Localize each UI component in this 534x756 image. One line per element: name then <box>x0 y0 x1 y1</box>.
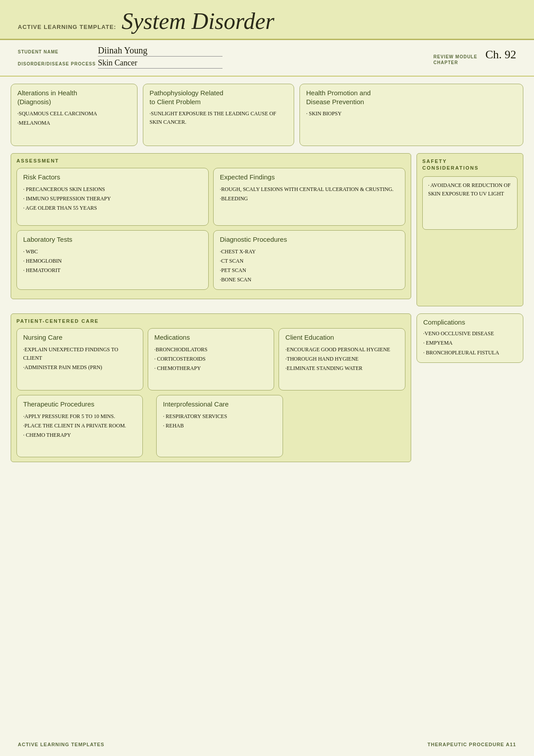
info-left: STUDENT NAME Diinah Young DISORDER/DISEA… <box>18 45 267 70</box>
assessment-header: ASSESSMENT <box>16 158 405 163</box>
med-item-1: ·BRONCHODILATORS <box>154 345 268 354</box>
thera-item-3: · CHEMO THERAPY <box>23 431 136 439</box>
risk-item-3: · AGE OLDER THAN 55 YEARS <box>23 204 202 212</box>
risk-item-1: · PRECANCEROUS SKIN LESIONS <box>23 185 202 194</box>
risk-factors-box: Risk Factors · PRECANCEROUS SKIN LESIONS… <box>16 168 209 226</box>
info-right: REVIEW MODULECHAPTER Ch. 92 <box>267 45 516 65</box>
pathophysiology-title: Pathophysiology Relatedto Client Problem <box>150 89 287 106</box>
edu-item-1: ·ENCOURAGE GOOD PERSONAL HYGIENE <box>285 345 399 354</box>
lab-tests-content: · WBC · HEMOGLOBIN · HEMATOORIT <box>23 248 202 275</box>
review-module-label: REVIEW MODULECHAPTER <box>433 54 477 65</box>
med-item-3: · CHEMOTHERAPY <box>154 364 268 373</box>
thera-item-2: ·PLACE THE CLIENT IN A PRIVATE ROOM. <box>23 422 136 430</box>
pcc-bottom-row: Therapeutic Procedures ·APPLY PRESSURE F… <box>16 395 405 457</box>
footer: ACTIVE LEARNING TEMPLATES THERAPEUTIC PR… <box>18 742 516 747</box>
safety-content: · AVOIDANCE OR REDUCTION OF SKIN EXPOSUR… <box>422 176 518 230</box>
review-module-group: REVIEW MODULECHAPTER Ch. 92 <box>433 47 516 65</box>
info-bar: STUDENT NAME Diinah Young DISORDER/DISEA… <box>0 40 534 77</box>
safety-side: SAFETYCONSIDERATIONS · AVOIDANCE OR REDU… <box>417 153 523 306</box>
safety-header: SAFETYCONSIDERATIONS <box>422 158 518 172</box>
health-promotion-content: · SKIN BIOPSY <box>306 110 517 118</box>
student-name-label: STUDENT NAME <box>18 49 98 54</box>
medications-title: Medications <box>154 333 268 342</box>
interprofessional-care-box: Interprofessional Care · RESPIRATORY SER… <box>156 395 283 457</box>
diag-item-1: ·CHEST X-RAY <box>220 248 399 256</box>
complications-side: Complications ·VENO OCCLUSIVE DISEASE · … <box>417 313 523 469</box>
safety-text: · AVOIDANCE OR REDUCTION OF SKIN EXPOSUR… <box>428 181 512 198</box>
health-promotion-item-1: · SKIN BIOPSY <box>306 110 517 118</box>
complications-content: ·VENO OCCLUSIVE DISEASE · EMPYEMA · BRON… <box>423 329 517 357</box>
comp-item-2: · EMPYEMA <box>423 339 517 347</box>
alterations-item-2: ·MELANOMA <box>17 119 131 127</box>
lab-item-1: · WBC <box>23 248 202 256</box>
diagnostic-procedures-content: ·CHEST X-RAY ·CT SCAN ·PET SCAN ·BONE SC… <box>220 248 399 285</box>
diag-item-4: ·BONE SCAN <box>220 276 399 284</box>
thera-item-1: ·APPLY PRESSURE FOR 5 to 10 MINS. <box>23 412 136 421</box>
pcc-top-row: Nursing Care ·EXPLAIN UNEXPECTED FINDING… <box>16 328 405 390</box>
top-boxes: Alterations in Health(Diagnosis) ·SQUAMO… <box>11 84 523 146</box>
footer-right: THERAPEUTIC PROCEDURE A11 <box>428 742 516 747</box>
client-education-content: ·ENCOURAGE GOOD PERSONAL HYGIENE ·THOROU… <box>285 345 399 373</box>
footer-left: ACTIVE LEARNING TEMPLATES <box>18 742 105 747</box>
safety-box: SAFETYCONSIDERATIONS · AVOIDANCE OR REDU… <box>417 153 523 306</box>
review-module-value: Ch. 92 <box>485 48 516 61</box>
health-promotion-box: Health Promotion andDisease Prevention ·… <box>299 84 523 146</box>
diagnostic-procedures-title: Diagnostic Procedures <box>220 235 399 244</box>
header: ACTIVE LEARNING TEMPLATE: System Disorde… <box>0 0 534 40</box>
diag-item-3: ·PET SCAN <box>220 266 399 275</box>
medications-content: ·BRONCHODILATORS · CORTICOSTEROIDS · CHE… <box>154 345 268 373</box>
therapeutic-procedures-box: Therapeutic Procedures ·APPLY PRESSURE F… <box>16 395 143 457</box>
alterations-item-1: ·SQUAMOUS CELL CARCINOMA <box>17 110 131 118</box>
expected-findings-title: Expected Findings <box>220 173 399 182</box>
assessment-safety-row: ASSESSMENT Risk Factors · PRECANCEROUS S… <box>11 153 523 306</box>
medications-box: Medications ·BRONCHODILATORS · CORTICOST… <box>148 328 275 390</box>
med-item-2: · CORTICOSTEROIDS <box>154 355 268 363</box>
risk-item-2: · IMMUNO SUPPRESSION THERAPY <box>23 195 202 203</box>
therapeutic-procedures-title: Therapeutic Procedures <box>23 400 136 409</box>
disorder-label: DISORDER/DISEASE PROCESS <box>18 61 98 66</box>
lab-item-3: · HEMATOORIT <box>23 266 202 275</box>
health-promotion-title: Health Promotion andDisease Prevention <box>306 89 517 106</box>
risk-factors-content: · PRECANCEROUS SKIN LESIONS · IMMUNO SUP… <box>23 185 202 213</box>
client-education-box: Client Education ·ENCOURAGE GOOD PERSONA… <box>279 328 405 390</box>
nursing-item-1: ·EXPLAIN UNEXPECTED FINDINGS TO CLIENT <box>23 345 137 362</box>
assessment-bottom-row: Laboratory Tests · WBC · HEMOGLOBIN · HE… <box>16 230 405 290</box>
risk-factors-title: Risk Factors <box>23 173 202 182</box>
interp-item-2: · REHAB <box>163 422 276 430</box>
assessment-section: ASSESSMENT Risk Factors · PRECANCEROUS S… <box>11 153 411 306</box>
pathophysiology-box: Pathophysiology Relatedto Client Problem… <box>143 84 294 146</box>
therapeutic-procedures-content: ·APPLY PRESSURE FOR 5 to 10 MINS. ·PLACE… <box>23 412 136 440</box>
edu-item-2: ·THOROUGH HAND HYGIENE <box>285 355 399 363</box>
pcc-container: PATIENT-CENTERED CARE Nursing Care ·EXPL… <box>11 313 411 462</box>
lab-item-2: · HEMOGLOBIN <box>23 257 202 265</box>
alterations-title: Alterations in Health(Diagnosis) <box>17 89 131 106</box>
expected-findings-box: Expected Findings ·ROUGH, SCALY LESIONS … <box>213 168 405 226</box>
main-content: Alterations in Health(Diagnosis) ·SQUAMO… <box>0 77 534 476</box>
template-label: ACTIVE LEARNING TEMPLATE: <box>18 24 116 30</box>
interprofessional-care-title: Interprofessional Care <box>163 400 276 409</box>
interprofessional-care-content: · RESPIRATORY SERVICES · REHAB <box>163 412 276 430</box>
complications-title: Complications <box>423 318 517 326</box>
edu-item-3: ·ELIMINATE STANDING WATER <box>285 364 399 373</box>
pcc-section: PATIENT-CENTERED CARE Nursing Care ·EXPL… <box>11 313 411 469</box>
client-education-title: Client Education <box>285 333 399 342</box>
assessment-container: ASSESSMENT Risk Factors · PRECANCEROUS S… <box>11 153 411 299</box>
interp-item-1: · RESPIRATORY SERVICES <box>163 412 276 421</box>
pcc-complications-row: PATIENT-CENTERED CARE Nursing Care ·EXPL… <box>11 313 523 469</box>
nursing-item-2: ·ADMINISTER PAIN MEDS (PRN) <box>23 363 137 372</box>
assessment-top-row: Risk Factors · PRECANCEROUS SKIN LESIONS… <box>16 168 405 226</box>
disorder-value: Skin Cancer <box>98 58 222 69</box>
pathophysiology-content: ·Sunlight exposure is the leading cause … <box>150 110 287 126</box>
expected-item-1: ·ROUGH, SCALY LESIONS WITH CENTRAL ULCER… <box>220 185 399 194</box>
nursing-care-content: ·EXPLAIN UNEXPECTED FINDINGS TO CLIENT ·… <box>23 345 137 372</box>
template-title: System Disorder <box>121 8 274 34</box>
disorder-row: DISORDER/DISEASE PROCESS Skin Cancer <box>18 58 267 69</box>
pcc-header: PATIENT-CENTERED CARE <box>16 318 405 324</box>
pathophysiology-item-1: ·Sunlight exposure is the leading cause … <box>150 110 287 126</box>
lab-tests-box: Laboratory Tests · WBC · HEMOGLOBIN · HE… <box>16 230 209 290</box>
alterations-box: Alterations in Health(Diagnosis) ·SQUAMO… <box>11 84 138 146</box>
expected-findings-content: ·ROUGH, SCALY LESIONS WITH CENTRAL ULCER… <box>220 185 399 203</box>
comp-item-1: ·VENO OCCLUSIVE DISEASE <box>423 329 517 338</box>
nursing-care-box: Nursing Care ·EXPLAIN UNEXPECTED FINDING… <box>16 328 143 390</box>
comp-item-3: · BRONCHOPLEURAL FISTULA <box>423 349 517 357</box>
